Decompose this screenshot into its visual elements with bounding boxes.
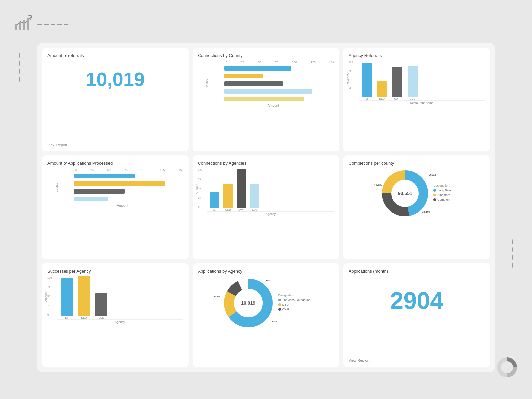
top-left-decoration	[13, 13, 68, 33]
dash-decoration	[44, 24, 49, 25]
dash-decoration	[37, 24, 42, 25]
applications-processed-title: Amount of Applications Processed	[47, 161, 183, 166]
connections-agencies-y-label: Amount	[195, 184, 198, 194]
connections-county-title: Connections by County	[198, 53, 334, 58]
legend-jobs-foundation: The Jobs Foundation	[278, 298, 311, 302]
applications-month-title: Applications (month)	[349, 269, 485, 274]
card-referrals-title: Amount of referrals	[47, 53, 183, 58]
svg-rect-1	[19, 22, 21, 30]
dashboard: Amount of referrals 10,019 View Report C…	[37, 43, 495, 372]
legend-long-beach: Long Beach	[433, 189, 453, 192]
right-dashes	[512, 239, 513, 268]
svg-rect-3	[27, 18, 29, 30]
card-applications-agency: Applications by Agency 10,019 6509 1003 …	[193, 263, 339, 367]
legend-compton: Compton	[433, 198, 453, 201]
connections-agencies-x-label: Agency	[207, 212, 334, 216]
card-completions-county: Completions per county 93,551 44,132 263…	[343, 155, 490, 259]
card-connections-county: Connections by County 0255075100125150 C…	[193, 48, 339, 151]
agency-referrals-y-label: Deliveries	[346, 73, 349, 87]
referrals-value: 10,019	[47, 68, 183, 90]
view-report-referrals[interactable]: View Report	[47, 143, 67, 147]
card-applications-processed: Amount of Applications Processed 0255075…	[42, 155, 189, 259]
dash-decoration	[51, 24, 55, 25]
left-dashes	[19, 53, 20, 82]
svg-rect-0	[15, 24, 17, 30]
card-successes-agency: Successes per Agency 1007550250 Amount T…	[42, 263, 189, 367]
svg-rect-2	[23, 20, 25, 30]
card-applications-month: Applications (month) 2904 View Rep ort	[343, 263, 490, 367]
view-report-applications[interactable]: View Rep ort	[349, 358, 370, 362]
dash-decoration	[64, 24, 68, 25]
applications-processed-x-label: Amount	[62, 204, 183, 207]
legend-alhambra: Alhambra	[433, 193, 453, 197]
chart-icon	[13, 13, 33, 33]
connections-county-chart: 0255075100125150 County Amount	[198, 61, 334, 107]
agency-referrals-chart: 1007550250 Deliveries TJF DED CWP	[349, 61, 485, 105]
completions-designation-label: Designation:	[433, 184, 453, 187]
legend-ded: DED	[278, 303, 311, 306]
applications-designation-label: Designation:	[278, 294, 311, 297]
applications-processed-chart: 0255075100125150 County Amount	[47, 168, 183, 207]
connections-county-x-label: Amount	[212, 104, 334, 107]
card-connections-agencies: Connections by Agencies 1007550250 Amoun…	[193, 155, 339, 259]
applications-agency-title: Applications by Agency	[198, 269, 334, 274]
successes-agency-title: Successes per Agency	[47, 269, 183, 274]
county-y-label: County	[206, 79, 209, 89]
legend-cwp: CWP	[278, 308, 311, 311]
dash-decoration	[57, 24, 62, 25]
card-agency-referrals: Agency Referrals 1007550250 Deliveries T…	[343, 48, 490, 151]
applications-agency-center: 10,019	[241, 300, 255, 306]
svg-point-4	[501, 361, 513, 373]
card-referrals: Amount of referrals 10,019 View Report	[42, 48, 189, 151]
completions-center: 93,551	[398, 191, 412, 196]
applications-month-value: 2904	[349, 287, 485, 314]
agency-referrals-title: Agency Referrals	[349, 53, 485, 58]
connections-agencies-title: Connections by Agencies	[198, 161, 334, 166]
completions-county-title: Completions per county	[349, 161, 485, 166]
successes-x-label: Agency	[57, 320, 183, 324]
agency-referrals-x-label: Restaurant Name	[359, 101, 485, 105]
